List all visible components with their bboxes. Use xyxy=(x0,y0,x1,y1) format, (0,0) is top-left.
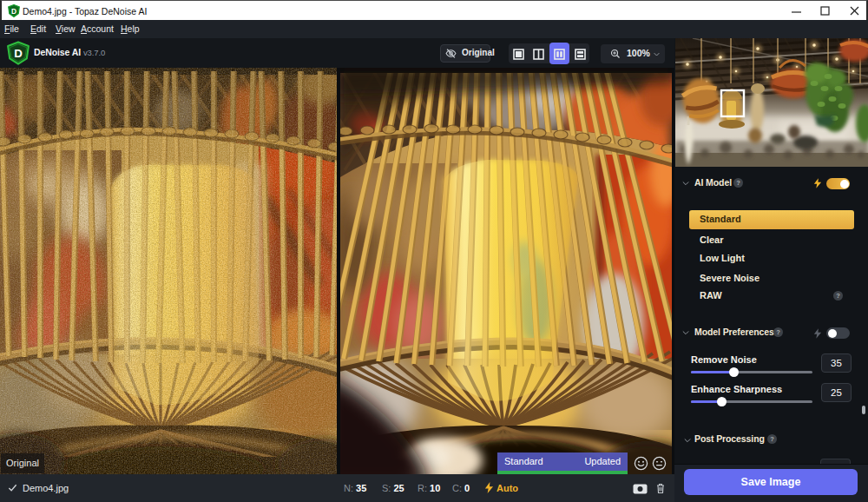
svg-text:D: D xyxy=(14,47,23,60)
svg-text:D: D xyxy=(11,7,16,16)
